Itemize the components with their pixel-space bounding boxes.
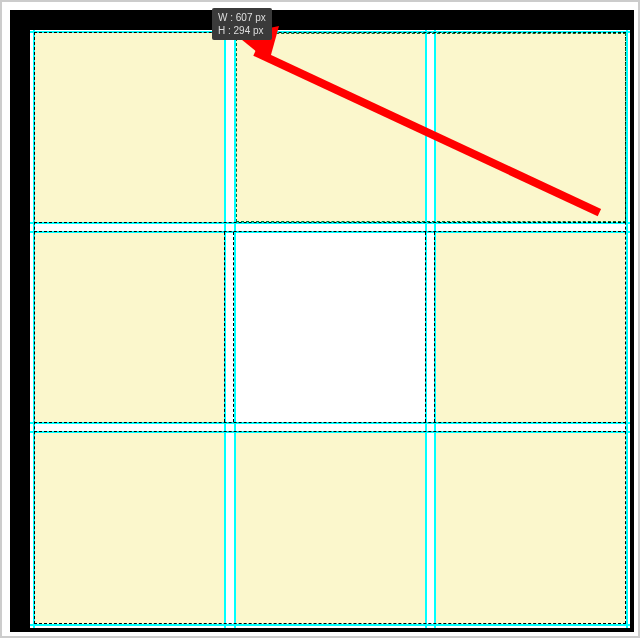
selection-marquee-segment — [425, 232, 435, 422]
selection-marquee-segment — [34, 422, 626, 432]
tooltip-width-label: W : 607 px — [218, 11, 266, 24]
selection-marquee-segment — [34, 222, 626, 232]
tooltip-height-label: H : 294 px — [218, 24, 266, 37]
canvas-border — [10, 10, 634, 632]
canvas[interactable] — [30, 30, 630, 628]
selection-marquee-segment — [224, 232, 234, 422]
outer-frame: W : 607 px H : 294 px — [0, 0, 640, 638]
guide-vertical[interactable] — [626, 30, 628, 628]
guide-horizontal[interactable] — [30, 624, 630, 626]
dimensions-tooltip: W : 607 px H : 294 px — [212, 8, 272, 40]
